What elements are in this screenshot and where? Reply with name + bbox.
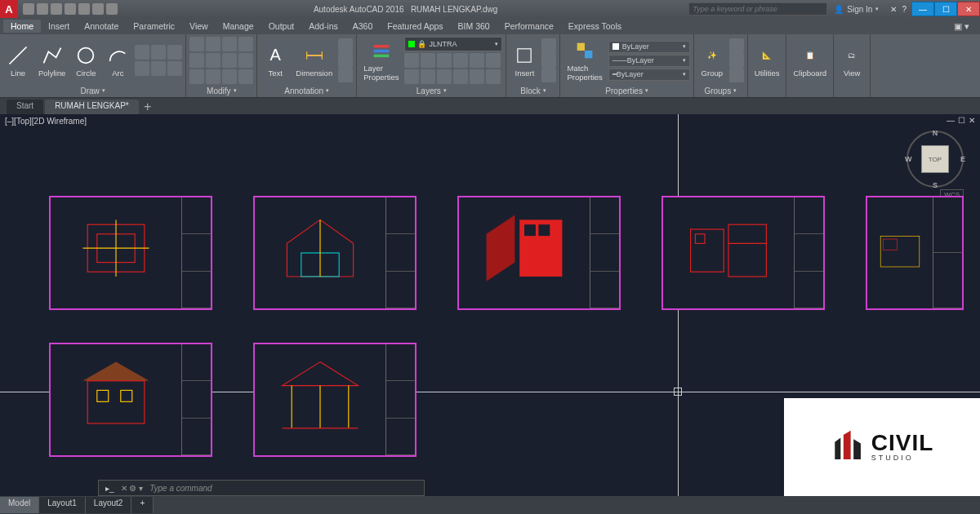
compass-w[interactable]: W bbox=[905, 155, 912, 163]
close-button[interactable]: ✕ bbox=[957, 2, 980, 16]
move-icon[interactable] bbox=[189, 37, 204, 51]
attr-block-icon[interactable] bbox=[541, 68, 556, 82]
tab-performance[interactable]: Performance bbox=[497, 20, 561, 33]
qat-open-icon[interactable] bbox=[37, 3, 48, 15]
tab-parametric[interactable]: Parametric bbox=[126, 20, 182, 33]
group-bb-icon[interactable] bbox=[729, 68, 744, 82]
layer-icon[interactable] bbox=[421, 53, 435, 68]
tab-express[interactable]: Express Tools bbox=[561, 20, 629, 33]
insert-block-button[interactable]: Insert bbox=[510, 42, 539, 79]
panel-title[interactable]: Modify bbox=[189, 85, 253, 96]
panel-title[interactable]: Annotation bbox=[261, 85, 353, 96]
viewport-label[interactable]: [–][Top][2D Wireframe] bbox=[5, 117, 87, 126]
create-block-icon[interactable] bbox=[541, 38, 556, 53]
drawing-sheet[interactable] bbox=[253, 343, 416, 457]
layer-icon[interactable] bbox=[421, 69, 435, 84]
panel-title[interactable]: Groups bbox=[697, 85, 744, 96]
group-button[interactable]: ✨Group bbox=[697, 42, 727, 79]
panel-title[interactable]: Properties bbox=[564, 85, 689, 96]
tab-output[interactable]: Output bbox=[261, 20, 302, 33]
draw-small-icon[interactable] bbox=[151, 45, 166, 60]
scale-icon[interactable] bbox=[206, 69, 220, 84]
text-button[interactable]: AText bbox=[261, 42, 290, 79]
qat-save-icon[interactable] bbox=[51, 3, 62, 15]
dimension-button[interactable]: Dimension bbox=[292, 42, 336, 79]
panel-title[interactable]: Layers bbox=[360, 85, 502, 96]
file-tab-current[interactable]: RUMAH LENGKAP* bbox=[45, 100, 139, 114]
viewport-close-icon[interactable]: ✕ bbox=[969, 116, 975, 125]
tab-insert[interactable]: Insert bbox=[41, 20, 77, 33]
explode-icon[interactable] bbox=[238, 53, 253, 68]
help-search-input[interactable] bbox=[688, 2, 827, 16]
exchange-icon[interactable]: ✕ bbox=[890, 5, 897, 14]
edit-block-icon[interactable] bbox=[541, 53, 556, 68]
arc-button[interactable]: Arc bbox=[103, 42, 132, 79]
tab-view[interactable]: View bbox=[182, 20, 216, 33]
drawing-sheet[interactable] bbox=[457, 196, 621, 310]
erase-icon[interactable] bbox=[238, 37, 253, 51]
qat-undo-icon[interactable] bbox=[92, 3, 104, 15]
layer-properties-button[interactable]: Layer Properties bbox=[360, 38, 402, 83]
copy-icon[interactable] bbox=[189, 53, 204, 68]
group-edit-icon[interactable] bbox=[729, 53, 744, 68]
table-icon[interactable] bbox=[338, 53, 353, 68]
help-icon[interactable]: ? bbox=[902, 5, 906, 14]
layout-tab-model[interactable]: Model bbox=[0, 497, 39, 513]
color-dropdown[interactable]: ByLayer▾ bbox=[608, 41, 690, 53]
tab-featured[interactable]: Featured Apps bbox=[380, 20, 450, 33]
command-line[interactable]: ▸_ ✕ ⚙ ▾ Type a command bbox=[98, 480, 425, 496]
fillet-icon[interactable] bbox=[222, 53, 237, 68]
draw-small-icon[interactable] bbox=[167, 45, 182, 60]
layer-dropdown[interactable]: 🔒 JLNTRA▾ bbox=[404, 37, 502, 51]
draw-small-icon[interactable] bbox=[135, 45, 149, 60]
viewport-maximize-icon[interactable]: ☐ bbox=[958, 116, 965, 125]
compass-n[interactable]: N bbox=[933, 129, 938, 137]
app-menu-button[interactable]: A bbox=[0, 0, 18, 18]
panel-title[interactable]: Block bbox=[510, 85, 556, 96]
qat-redo-icon[interactable] bbox=[106, 3, 118, 15]
tab-a360[interactable]: A360 bbox=[345, 20, 381, 33]
tab-annotate[interactable]: Annotate bbox=[77, 20, 126, 33]
layer-icon[interactable] bbox=[470, 69, 484, 84]
draw-small-icon[interactable] bbox=[167, 61, 182, 76]
signin-button[interactable]: 👤 Sign In ▾ bbox=[827, 5, 885, 14]
compass-e[interactable]: E bbox=[960, 155, 965, 163]
layer-icon[interactable] bbox=[437, 69, 452, 84]
layer-icon[interactable] bbox=[453, 69, 468, 84]
trim-icon[interactable] bbox=[222, 37, 237, 51]
drawing-sheet[interactable] bbox=[49, 196, 212, 310]
drawing-sheet[interactable] bbox=[866, 196, 964, 310]
circle-button[interactable]: Circle bbox=[71, 42, 100, 79]
clipboard-button[interactable]: 📋Clipboard bbox=[790, 42, 830, 79]
drawing-sheet[interactable] bbox=[662, 196, 825, 310]
layer-icon[interactable] bbox=[404, 53, 419, 68]
tab-manage[interactable]: Manage bbox=[216, 20, 261, 33]
line-button[interactable]: Line bbox=[3, 42, 33, 79]
layout-tab-2[interactable]: Layout2 bbox=[86, 497, 132, 513]
mtext-icon[interactable] bbox=[338, 68, 353, 82]
offset-icon[interactable] bbox=[238, 69, 253, 84]
draw-small-icon[interactable] bbox=[135, 61, 149, 76]
maximize-button[interactable]: ☐ bbox=[934, 2, 957, 16]
utilities-button[interactable]: 📐Utilities bbox=[751, 42, 783, 79]
qat-new-icon[interactable] bbox=[23, 3, 34, 15]
mirror-icon[interactable] bbox=[206, 53, 220, 68]
viewcube-face[interactable]: TOP bbox=[921, 145, 949, 173]
drawing-sheet[interactable] bbox=[49, 343, 212, 457]
ribbon-collapse-icon[interactable]: ▣ ▾ bbox=[947, 20, 977, 33]
viewcube[interactable]: TOP N S E W bbox=[906, 131, 964, 188]
tab-bim360[interactable]: BIM 360 bbox=[451, 20, 497, 33]
minimize-button[interactable]: — bbox=[911, 2, 934, 16]
layout-tab-1[interactable]: Layout1 bbox=[39, 497, 86, 513]
ungroup-icon[interactable] bbox=[729, 38, 744, 53]
linetype-dropdown[interactable]: —— ByLayer▾ bbox=[608, 55, 690, 67]
layer-icon[interactable] bbox=[453, 53, 468, 68]
leader-icon[interactable] bbox=[338, 38, 353, 53]
viewport-minimize-icon[interactable]: — bbox=[947, 116, 955, 125]
layer-icon[interactable] bbox=[486, 53, 501, 68]
layer-icon[interactable] bbox=[486, 69, 501, 84]
tab-home[interactable]: Home bbox=[3, 20, 41, 33]
array-icon[interactable] bbox=[222, 69, 237, 84]
lineweight-dropdown[interactable]: ━ ByLayer▾ bbox=[608, 69, 690, 81]
drawing-sheet[interactable] bbox=[253, 196, 416, 310]
